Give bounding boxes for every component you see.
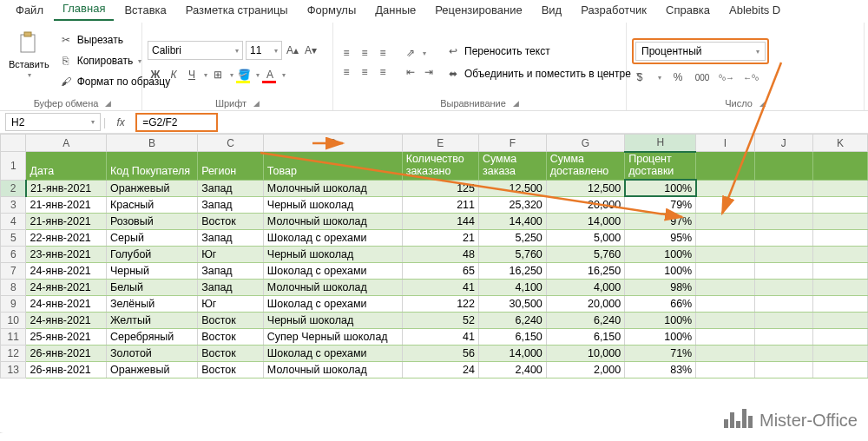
- row-header-6[interactable]: 6: [1, 246, 26, 262]
- decrease-decimal-button[interactable]: ←⁰₀: [743, 69, 759, 85]
- cell-F11[interactable]: 6,150: [478, 328, 546, 345]
- cell-H11[interactable]: 100%: [625, 328, 696, 345]
- col-header-J[interactable]: J: [754, 135, 812, 152]
- cell-D2[interactable]: Молочный шоколад: [263, 180, 402, 196]
- spreadsheet-grid[interactable]: ABCDEFGHIJK1ДатаКод ПокупателяРегионТова…: [0, 134, 868, 378]
- cell-I11[interactable]: [696, 328, 754, 345]
- row-header-10[interactable]: 10: [1, 312, 26, 328]
- cell-C2[interactable]: Запад: [198, 180, 264, 196]
- cell-G6[interactable]: 5,760: [546, 246, 624, 262]
- cell-A6[interactable]: 23-янв-2021: [26, 246, 107, 262]
- cell-B2[interactable]: Оранжевый: [106, 180, 197, 196]
- cell-I5[interactable]: [696, 229, 754, 246]
- cell-I2[interactable]: [696, 180, 754, 196]
- cell-A11[interactable]: 25-янв-2021: [26, 328, 107, 345]
- cell-J9[interactable]: [754, 295, 812, 312]
- cell-A13[interactable]: 26-янв-2021: [26, 361, 107, 378]
- cell-C11[interactable]: Восток: [198, 328, 264, 345]
- header-cell[interactable]: Код Покупателя: [106, 152, 197, 181]
- cell-D7[interactable]: Шоколад с орехами: [263, 262, 402, 279]
- name-box[interactable]: H2▾: [5, 113, 101, 131]
- cell-H6[interactable]: 100%: [625, 246, 696, 262]
- cell-G9[interactable]: 20,000: [546, 295, 624, 312]
- cell-A7[interactable]: 24-янв-2021: [26, 262, 107, 279]
- cell-I9[interactable]: [696, 295, 754, 312]
- cell-C3[interactable]: Запад: [198, 196, 264, 213]
- cell-J3[interactable]: [754, 196, 812, 213]
- cell-E7[interactable]: 65: [402, 262, 478, 279]
- cell-A2[interactable]: 21-янв-2021: [26, 180, 107, 196]
- tab-файл[interactable]: Файл: [7, 1, 52, 21]
- bold-button[interactable]: Ж: [148, 67, 163, 82]
- cell-I8[interactable]: [696, 279, 754, 295]
- paste-button[interactable]: Вставить ▾: [9, 24, 49, 85]
- cell-K2[interactable]: [812, 180, 867, 196]
- increase-indent-icon[interactable]: ⇥: [421, 64, 437, 80]
- underline-button[interactable]: Ч: [184, 67, 200, 82]
- merge-center-button[interactable]: ⬌Объединить и поместить в центре▾: [442, 64, 643, 83]
- cell-K9[interactable]: [812, 295, 867, 312]
- cell-J6[interactable]: [754, 246, 812, 262]
- cell-C12[interactable]: Восток: [198, 345, 264, 361]
- orientation-icon[interactable]: ⇗: [403, 45, 418, 61]
- cell-J5[interactable]: [754, 229, 812, 246]
- cell-D10[interactable]: Черный шоколад: [263, 312, 402, 328]
- percent-format-button[interactable]: %: [670, 69, 686, 85]
- borders-button[interactable]: ⊞: [210, 67, 226, 82]
- cell-E3[interactable]: 211: [402, 196, 478, 213]
- decrease-font-icon[interactable]: A▾: [303, 43, 319, 58]
- cell-K12[interactable]: [812, 345, 867, 361]
- cell-C4[interactable]: Восток: [198, 213, 264, 229]
- cell-E10[interactable]: 52: [402, 312, 478, 328]
- tab-разработчик[interactable]: Разработчик: [572, 1, 655, 21]
- cell-A9[interactable]: 24-янв-2021: [26, 295, 107, 312]
- cell-J7[interactable]: [754, 262, 812, 279]
- header-cell[interactable]: Дата: [26, 152, 107, 181]
- row-header-9[interactable]: 9: [1, 295, 26, 312]
- cell-B12[interactable]: Золотой: [106, 345, 197, 361]
- cell-D6[interactable]: Черный шоколад: [263, 246, 402, 262]
- tab-главная[interactable]: Главная: [54, 0, 114, 21]
- cell-E11[interactable]: 41: [402, 328, 478, 345]
- cell-A8[interactable]: 24-янв-2021: [26, 279, 107, 295]
- paste-caret[interactable]: ▾: [28, 71, 31, 79]
- select-all-corner[interactable]: [1, 135, 26, 152]
- cell-A12[interactable]: 26-янв-2021: [26, 345, 107, 361]
- cell-C7[interactable]: Запад: [198, 262, 264, 279]
- cell-C5[interactable]: Запад: [198, 229, 264, 246]
- cell-E6[interactable]: 48: [402, 246, 478, 262]
- tab-вставка[interactable]: Вставка: [115, 1, 174, 21]
- col-header-F[interactable]: F: [478, 135, 546, 152]
- cell-G7[interactable]: 16,250: [546, 262, 624, 279]
- cell-H8[interactable]: 98%: [625, 279, 696, 295]
- cell-B7[interactable]: Черный: [106, 262, 197, 279]
- cell-B3[interactable]: Красный: [106, 196, 197, 213]
- cell-F12[interactable]: 14,000: [478, 345, 546, 361]
- cell-E4[interactable]: 144: [402, 213, 478, 229]
- cell-D4[interactable]: Молочный шоколад: [263, 213, 402, 229]
- font-name-select[interactable]: Calibri▾: [148, 41, 243, 60]
- cell-B13[interactable]: Оранжевый: [106, 361, 197, 378]
- row-header-8[interactable]: 8: [1, 279, 26, 295]
- row-header-1[interactable]: 1: [1, 152, 26, 181]
- decrease-indent-icon[interactable]: ⇤: [403, 64, 418, 80]
- cell-A5[interactable]: 22-янв-2021: [26, 229, 107, 246]
- cell-I13[interactable]: [696, 361, 754, 378]
- cell-D9[interactable]: Шоколад с орехами: [263, 295, 402, 312]
- cell-F7[interactable]: 16,250: [478, 262, 546, 279]
- italic-button[interactable]: К: [166, 67, 181, 82]
- header-cell[interactable]: Суммадоставлено: [546, 152, 624, 181]
- cell-F8[interactable]: 4,100: [478, 279, 546, 295]
- cell-K3[interactable]: [812, 196, 867, 213]
- cell-B8[interactable]: Белый: [106, 279, 197, 295]
- cell-B6[interactable]: Голубой: [106, 246, 197, 262]
- cell-G12[interactable]: 10,000: [546, 345, 624, 361]
- cell-H12[interactable]: 71%: [625, 345, 696, 361]
- cell-F13[interactable]: 2,400: [478, 361, 546, 378]
- cell-G3[interactable]: 20,000: [546, 196, 624, 213]
- cell-G4[interactable]: 14,000: [546, 213, 624, 229]
- accounting-format-button[interactable]: $: [632, 69, 648, 85]
- cell-I6[interactable]: [696, 246, 754, 262]
- col-header-G[interactable]: G: [546, 135, 624, 152]
- cell-A3[interactable]: 21-янв-2021: [26, 196, 107, 213]
